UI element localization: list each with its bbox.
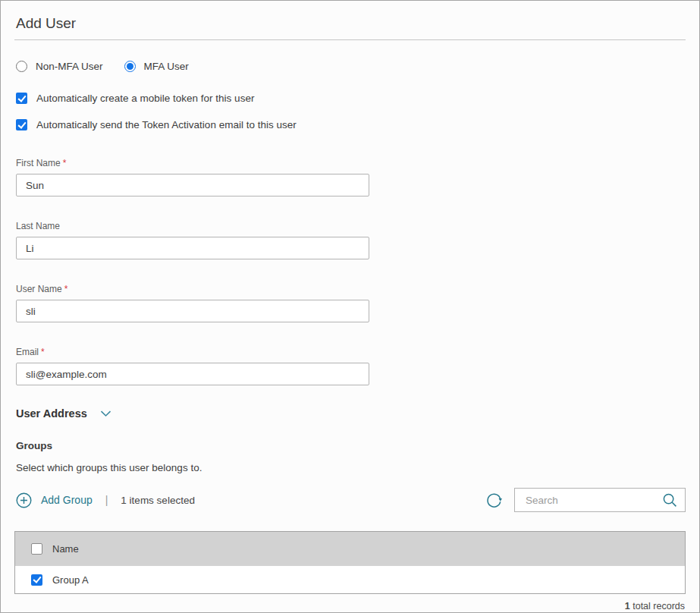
group-a-checkbox[interactable] xyxy=(31,574,42,586)
items-selected-count: 1 items selected xyxy=(121,495,195,506)
first-name-input[interactable] xyxy=(16,174,369,196)
search-button[interactable] xyxy=(658,492,677,508)
table-footer: 1 total records xyxy=(14,601,686,611)
groups-toolbar: Add Group | 1 items selected xyxy=(14,488,686,512)
search-box xyxy=(514,488,686,512)
table-row-group-a[interactable]: Group A xyxy=(15,566,685,593)
last-name-input[interactable] xyxy=(16,237,369,259)
radio-unselected-icon[interactable] xyxy=(16,61,27,72)
user-address-expander[interactable]: User Address xyxy=(14,407,686,420)
user-name-field-group: User Name* xyxy=(14,281,369,322)
group-a-label: Group A xyxy=(52,574,89,586)
toolbar-separator: | xyxy=(105,494,108,506)
create-token-label: Automatically create a mobile token for … xyxy=(36,93,254,104)
name-column-header: Name xyxy=(52,543,79,555)
send-activation-label: Automatically send the Token Activation … xyxy=(36,119,297,130)
select-all-checkbox[interactable] xyxy=(31,543,42,555)
required-asterisk: * xyxy=(63,158,67,168)
last-name-label: Last Name xyxy=(16,221,60,231)
user-address-label: User Address xyxy=(16,407,87,420)
search-input[interactable] xyxy=(526,495,658,506)
radio-label-mfa: MFA User xyxy=(144,61,189,72)
first-name-field-group: First Name* xyxy=(14,156,369,196)
radio-label-non-mfa: Non-MFA User xyxy=(36,61,103,72)
table-header-row: Name xyxy=(15,532,685,566)
last-name-field-group: Last Name xyxy=(14,218,369,259)
user-name-input[interactable] xyxy=(16,300,369,322)
page-title: Add User xyxy=(14,1,686,40)
radio-option-mfa-user[interactable]: MFA User xyxy=(124,61,189,72)
radio-selected-icon[interactable] xyxy=(124,61,136,72)
add-group-label: Add Group xyxy=(41,494,93,506)
total-records-label: total records xyxy=(633,601,685,611)
first-name-label: First Name xyxy=(16,158,61,168)
add-group-button[interactable]: Add Group xyxy=(16,492,93,508)
groups-description: Select which groups this user belongs to… xyxy=(14,462,686,473)
groups-heading: Groups xyxy=(14,440,686,451)
user-type-radio-group: Non-MFA User MFA User xyxy=(14,61,686,72)
required-asterisk: * xyxy=(64,284,68,294)
groups-table: Name Group A xyxy=(14,531,686,594)
total-records-count: 1 xyxy=(625,601,630,611)
required-asterisk: * xyxy=(41,347,45,357)
send-activation-checkbox[interactable] xyxy=(16,119,27,130)
email-field-group: Email* xyxy=(14,344,369,385)
radio-option-non-mfa-user[interactable]: Non-MFA User xyxy=(16,61,103,72)
create-token-checkbox[interactable] xyxy=(16,93,27,104)
plus-circle-icon xyxy=(16,492,32,508)
send-activation-checkbox-row[interactable]: Automatically send the Token Activation … xyxy=(14,119,686,130)
user-name-label: User Name xyxy=(16,284,62,294)
refresh-button[interactable] xyxy=(485,492,503,509)
create-token-checkbox-row[interactable]: Automatically create a mobile token for … xyxy=(14,93,686,104)
add-user-panel: Add User Non-MFA User MFA User Automatic… xyxy=(0,0,700,613)
search-icon xyxy=(662,492,677,508)
chevron-down-icon[interactable] xyxy=(100,410,111,417)
email-input[interactable] xyxy=(16,363,369,385)
email-label: Email xyxy=(16,347,39,357)
refresh-icon xyxy=(485,492,503,509)
